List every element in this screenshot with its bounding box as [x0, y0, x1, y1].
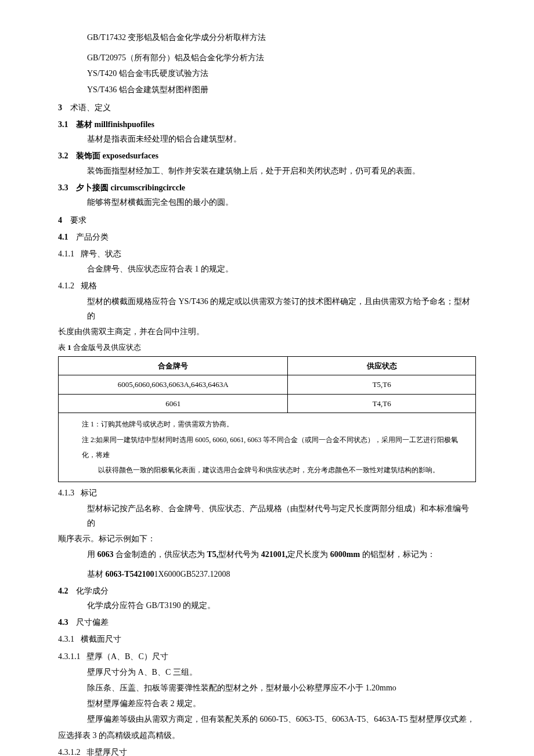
text-fragment: 定尺长度为: [287, 550, 330, 559]
table-note-row: 注 1：订购其他牌号或状态时，需供需双方协商。 注 2:如果同一建筑结中型材同时…: [59, 413, 476, 482]
table-note-cell: 注 1：订购其他牌号或状态时，需供需双方协商。 注 2:如果同一建筑结中型材同时…: [59, 413, 476, 482]
section-4-1-1-heading: 4.1.1 牌号、状态: [58, 247, 476, 261]
section-title-text: 基材 millfinishpuofiles: [76, 120, 154, 129]
section-4-3-1-1-body: 壁厚尺寸分为 A、B、C 三组。: [58, 665, 476, 679]
section-number: 4: [58, 216, 62, 225]
table-cell: 6005,6060,6063,6063A,6463,6463A: [59, 375, 288, 394]
section-number: 3: [58, 103, 62, 112]
section-title-text: 标记: [81, 489, 97, 497]
text-fragment: 6063: [98, 550, 114, 559]
section-number: 4.1.3: [58, 489, 74, 497]
section-4-1-3-example: 用 6063 合金制造的，供应状态为 T5,型材代号为 421001,定尺长度为…: [58, 547, 476, 562]
text-fragment: 1X6000GB5237.12008: [154, 570, 230, 578]
section-4-1-3-body: 型材标记按产品名称、合金牌号、供应状态、产品规格（由型材代号与定尺长度两部分组成…: [58, 501, 476, 530]
section-title-text: 术语、定义: [70, 103, 111, 112]
table-1-caption: 表 1 合金版号及供应状态: [58, 341, 476, 354]
section-4-3-1-1-body: 壁厚偏差等级由从需双方商定，但有装配关系的 6060-T5、6063-T5、60…: [58, 712, 476, 726]
table-1: 合金牌号 供应状态 6005,6060,6063,6063A,6463,6463…: [58, 356, 476, 482]
ref-line: GB/T17432 变形铝及铝合金化学成分分析取样方法: [58, 30, 476, 45]
section-4-1-2-heading: 4.1.2 规格: [58, 278, 476, 293]
section-3-2-body: 装饰面指型材经加工、制作并安装在建筑物上后，处于开启和关闭状态时，仍可看见的表面…: [58, 164, 476, 178]
section-3-3-heading: 3.3 夕卜接圆 circumscribingcirccle: [58, 180, 476, 195]
section-number: 4.3.1: [58, 635, 74, 643]
section-4-3-1-1-body: 型材壁厚偏差应符合表 2 规定。: [58, 696, 476, 711]
section-4-3-1-1-heading: 4.3.1.1 壁厚（A、B、C）尺寸: [58, 649, 476, 664]
section-4-3-1-1-body: 除压条、压盖、扣板等需要弹性装配的型材之外，型材最小公称壁厚应不小于 1.20m…: [58, 681, 476, 695]
section-4-2-heading: 4.2 化学成分: [58, 584, 476, 598]
section-4-3-1-1-body: 应选择表 3 的高精级或超高精级。: [58, 728, 476, 743]
section-number: 4.1.1: [58, 249, 74, 258]
table-cell: T4,T6: [288, 394, 476, 413]
text-fragment: 型材代号为: [218, 550, 261, 559]
section-number: 3.3: [58, 183, 68, 192]
table-header-row: 合金牌号 供应状态: [59, 356, 476, 375]
ref-line: GB/T20975（所有部分）铝及铝合金化学分析方法: [58, 50, 476, 65]
text-fragment: 合金制造的，供应状态为: [114, 550, 207, 559]
table-header-cell: 合金牌号: [59, 356, 288, 375]
table-note-line: 以获得颜色一致的阳极氧化表面，建议选用合金牌号和供应状态时，充分考虑颜色不一致性…: [64, 462, 470, 478]
section-3-1-heading: 3.1 基材 millfinishpuofiles: [58, 117, 476, 132]
section-number: 4.3.1.1: [58, 652, 81, 661]
section-4-1-3-body: 顺序表示。标记示例如下：: [58, 531, 476, 546]
section-title-text: 化学成分: [76, 587, 109, 595]
table-row: 6005,6060,6063,6063A,6463,6463A T5,T6: [59, 375, 476, 394]
text-fragment: 421001,: [261, 550, 288, 559]
section-title-text: 横截面尺寸: [81, 635, 121, 643]
text-fragment: 基材: [87, 570, 106, 578]
section-4-1-1-body: 合金牌号、供应状态应符合表 1 的规定。: [58, 262, 476, 276]
section-title-text: 壁厚（A、B、C）尺寸: [86, 652, 168, 661]
section-number: 3.2: [58, 151, 68, 160]
caption-text: 表: [58, 343, 67, 352]
section-4-3-1-heading: 4.3.1 横截面尺寸: [58, 632, 476, 646]
text-fragment: 6000mm: [330, 550, 360, 559]
section-3-3-body: 能够将型材横截面完全包围的最小的圆。: [58, 195, 476, 209]
text-fragment: 的铝型材，标记为：: [360, 550, 435, 559]
section-4-3-heading: 4.3 尺寸偏差: [58, 615, 476, 630]
section-title-text: 非壁厚尺寸: [86, 748, 127, 756]
section-4-heading: 4 要求: [58, 213, 476, 227]
table-cell: T5,T6: [288, 375, 476, 394]
section-3-1-body: 基材是指表面未经处理的铝合合建筑型材。: [58, 132, 476, 146]
section-number: 4.1: [58, 233, 68, 241]
text-fragment: T5,: [207, 550, 219, 559]
caption-text: 合金版号及供应状态: [71, 343, 141, 352]
section-number: 4.3.1.2: [58, 748, 81, 756]
section-4-1-2-body: 型材的横截面规格应符合 YS/T436 的规定或以供需双方签订的技术图样确定，且…: [58, 294, 476, 323]
section-title-text: 产品分类: [76, 233, 109, 241]
section-number: 4.2: [58, 587, 68, 595]
ref-line: YS/T436 铝合金建筑型材图样图册: [58, 82, 476, 97]
section-4-3-1-2-heading: 4.3.1.2 非壁厚尺寸: [58, 745, 476, 756]
text-fragment: 6063-T542100: [106, 570, 154, 578]
section-4-1-3-heading: 4.1.3 标记: [58, 486, 476, 500]
section-4-1-heading: 4.1 产品分类: [58, 230, 476, 244]
table-row: 6061 T4,T6: [59, 394, 476, 413]
section-title-text: 牌号、状态: [81, 249, 121, 258]
section-4-1-2-body: 长度由供需双主商定，并在合同中注明。: [58, 324, 476, 339]
table-header-cell: 供应状态: [288, 356, 476, 375]
section-number: 3.1: [58, 120, 68, 129]
section-4-2-body: 化学成分应符合 GB/T3190 的规定。: [58, 598, 476, 613]
section-4-1-3-example-result: 基材 6063-T5421001X6000GB5237.12008: [58, 567, 476, 581]
table-note-line: 注 2:如果同一建筑结中型材同时选用 6005, 6060, 6061, 606…: [64, 432, 470, 463]
section-3-2-heading: 3.2 装饰面 exposedsurfaces: [58, 149, 476, 163]
ref-line: YS/T420 铝合金韦氏硬度试验方法: [58, 66, 476, 81]
section-number: 4.1.2: [58, 281, 74, 290]
table-note-line: 注 1：订购其他牌号或状态时，需供需双方协商。: [64, 417, 470, 432]
section-title-text: 装饰面 exposedsurfaces: [76, 151, 158, 160]
section-title-text: 规格: [81, 281, 97, 290]
section-title-text: 夕卜接圆 circumscribingcirccle: [76, 183, 185, 192]
table-cell: 6061: [59, 394, 288, 413]
section-3-heading: 3 术语、定义: [58, 100, 476, 115]
section-number: 4.3: [58, 618, 68, 627]
section-title-text: 尺寸偏差: [76, 618, 109, 627]
section-title-text: 要求: [70, 216, 86, 225]
text-fragment: 用: [87, 550, 98, 559]
